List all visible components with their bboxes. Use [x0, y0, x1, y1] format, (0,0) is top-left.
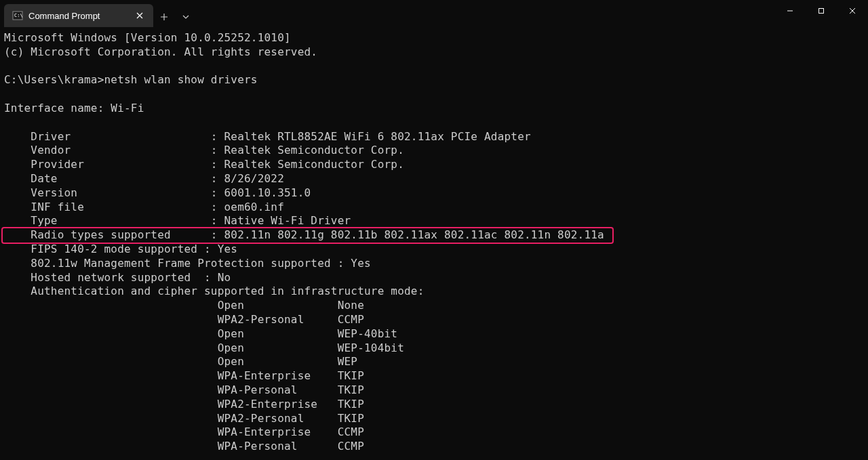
new-tab-button[interactable] — [153, 7, 175, 27]
terminal-icon: C:\ — [12, 10, 23, 21]
tabs-area: C:\ Command Prompt — [0, 0, 197, 27]
maximize-button[interactable] — [806, 0, 837, 22]
close-window-button[interactable] — [837, 0, 868, 22]
tab-close-button[interactable] — [134, 10, 145, 21]
tab-title: Command Prompt — [28, 11, 129, 21]
tab-command-prompt[interactable]: C:\ Command Prompt — [4, 4, 153, 27]
titlebar: C:\ Command Prompt — [0, 0, 868, 27]
highlight-radio-types: Radio types supported : 802.11n 802.11g … — [1, 227, 614, 244]
tab-dropdown-button[interactable] — [175, 7, 197, 27]
svg-rect-2 — [819, 9, 824, 14]
window-controls — [774, 0, 868, 27]
terminal-output[interactable]: Microsoft Windows [Version 10.0.25252.10… — [0, 27, 868, 458]
minimize-button[interactable] — [774, 0, 806, 22]
svg-text:C:\: C:\ — [14, 13, 23, 18]
